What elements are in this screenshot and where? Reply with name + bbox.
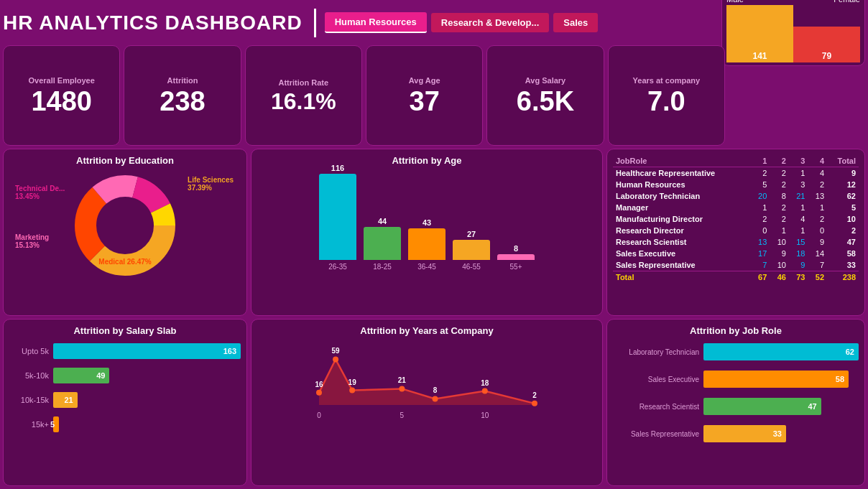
bar-value: 44 (378, 217, 387, 225)
age-bar-item: 43 36-45 (408, 218, 445, 271)
age-bar-chart: 116 26-35 44 18-25 43 36-45 27 46-55 8 5… (257, 170, 596, 271)
job-col-3-val: 1 (789, 225, 808, 236)
kpi-years: Years at company 7.0 (608, 45, 725, 146)
kpi-attrition-rate: Attrition Rate 16.1% (245, 45, 362, 146)
job-col-total-val: 58 (827, 248, 859, 259)
kpi-avg-salary: Avg Salary 6.5K (486, 45, 604, 146)
salary-bar-wrap: 21 (53, 392, 241, 408)
svg-point-5 (98, 198, 152, 253)
bar-value: 43 (423, 218, 431, 227)
edu-donut-title: Attrition by Education (9, 155, 241, 166)
job-col-3-val: 4 (789, 213, 808, 225)
kpi-overall-employee: Overall Employee 1480 (3, 45, 120, 146)
bar-rect (453, 240, 490, 260)
edu-donut-container: Life Sciences37.39% Medical 26.47% Marke… (9, 170, 241, 281)
total-c4: 52 (808, 271, 827, 284)
kpi-attrition-value: 238 (160, 88, 205, 115)
bar-label: 36-45 (417, 263, 436, 271)
job-col-total-val: 47 (827, 236, 859, 248)
bar-rect (408, 228, 445, 260)
tab-research[interactable]: Research & Develop... (431, 13, 550, 32)
bar-rect (319, 174, 356, 260)
job-col-2-val: 2 (770, 179, 789, 190)
job-col-2-val: 9 (770, 248, 789, 259)
job-col-4-val: 9 (808, 236, 827, 248)
job-col-4-val: 7 (808, 259, 827, 271)
job-col-2: 2 (770, 155, 789, 167)
job-col-total-val: 10 (827, 213, 859, 225)
salary-bar-fill: 49 (53, 368, 109, 383)
job-col-4: 4 (808, 155, 827, 167)
kpi-salary-label: Avg Salary (525, 76, 565, 85)
tab-human-resources[interactable]: Human Resources (325, 12, 427, 33)
age-bar-item: 44 18-25 (364, 217, 401, 271)
job-role-name: Human Resources (613, 179, 751, 190)
job-col-4-val: 2 (808, 179, 827, 190)
age-bar-item: 27 46-55 (453, 230, 490, 271)
line-point (333, 356, 338, 362)
salary-label: 10k-15k (9, 396, 49, 404)
dashboard-title: HR ANALYTICS DASHBOARD (3, 11, 303, 34)
job-col-4-val: 4 (808, 167, 827, 180)
age-bar-item: 8 55+ (497, 244, 535, 271)
job-col-3-val: 1 (789, 167, 808, 180)
job-col-total-val: 33 (827, 259, 859, 271)
job-col-3-val: 1 (789, 202, 808, 213)
job-role-bar-fill: 58 (703, 371, 849, 388)
job-col-1: 1 (751, 155, 770, 167)
panel-salary: Attrition by Salary Slab Upto 5k 163 5k-… (3, 319, 247, 486)
job-role-title: Attrition by Job Role (613, 325, 859, 336)
job-col-1-val: 2 (751, 213, 770, 225)
job-role-label: Laboratory Technician (613, 348, 699, 356)
line-label: 59 (332, 347, 341, 355)
line-point (482, 388, 488, 394)
kpi-attrition-label: Attrition (167, 76, 198, 85)
job-role-name: Sales Representative (613, 259, 751, 271)
panel-job-role: Attrition by Job Role Laboratory Technic… (606, 319, 865, 486)
job-role-name: Research Scientist (613, 236, 751, 248)
job-col-total-val: 12 (827, 179, 859, 190)
salary-label: 15k+ (9, 420, 49, 429)
salary-row: 5k-10k 49 (9, 368, 241, 383)
table-row: Healthcare Representative 2 2 1 4 9 (613, 167, 859, 180)
bar-label: 46-55 (462, 263, 481, 271)
job-role-row: Research Scientist 47 (613, 398, 859, 415)
line-label: 16 (315, 381, 323, 388)
bar-rect (497, 254, 535, 260)
edu-label-technical: Technical De...13.45% (15, 185, 65, 200)
bar-label: 18-25 (373, 263, 392, 271)
bar-label: 55+ (510, 263, 522, 271)
age-bar-item: 116 26-35 (319, 164, 356, 271)
job-col-3-val: 3 (789, 179, 808, 190)
job-role-bar-wrap: 58 (703, 371, 859, 388)
total-c3: 73 (789, 271, 808, 284)
line-label: 19 (348, 378, 357, 386)
line-point (532, 401, 537, 406)
job-col-total: Total (827, 155, 859, 167)
job-col-2-val: 1 (770, 225, 789, 236)
line-point (349, 388, 355, 393)
edu-label-marketing: Marketing15.13% (15, 233, 49, 249)
line-label: 2 (532, 391, 537, 399)
job-col-1-val: 2 (751, 167, 770, 180)
bar-value: 27 (467, 230, 476, 238)
salary-row: 10k-15k 21 (9, 392, 241, 408)
job-col-1-val: 0 (751, 225, 770, 236)
panel-job-table: JobRole 1 2 3 4 Total Healthcare Represe… (606, 149, 865, 316)
job-table: JobRole 1 2 3 4 Total Healthcare Represe… (613, 155, 859, 283)
job-col-3: 3 (789, 155, 808, 167)
kpi-years-label: Years at company (633, 76, 701, 85)
job-col-role: JobRole (613, 155, 751, 167)
edu-male-label: Male (726, 0, 744, 4)
job-col-2-val: 2 (770, 213, 789, 225)
panel-age: Attrition by Age 116 26-35 44 18-25 43 3… (251, 149, 603, 316)
bar-value: 8 (514, 244, 518, 253)
table-row: Manufacturing Director 2 2 4 2 10 (613, 213, 859, 225)
job-role-row: Sales Executive 58 (613, 371, 859, 388)
kpi-overall-label: Overall Employee (29, 76, 95, 85)
kpi-avg-age: Avg Age 37 (366, 45, 483, 146)
table-row: Sales Executive 17 9 18 14 58 (613, 248, 859, 259)
tab-sales[interactable]: Sales (553, 13, 598, 32)
line-label: 21 (398, 376, 407, 384)
line-label: 18 (481, 379, 489, 387)
